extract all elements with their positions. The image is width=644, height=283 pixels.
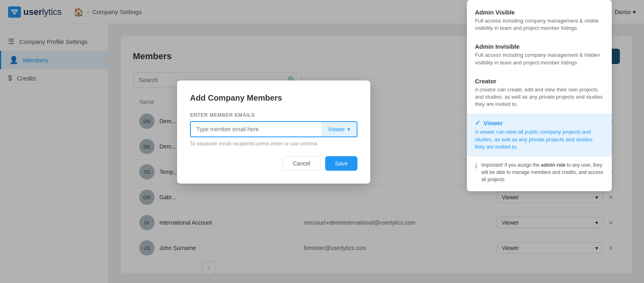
role-desc: Full access including company management… bbox=[475, 17, 604, 32]
email-input[interactable] bbox=[191, 122, 321, 136]
role-desc: Full access including company management… bbox=[475, 52, 604, 66]
role-name: Viewer bbox=[483, 120, 503, 126]
role-dropdown-popup: Admin Visible Full access including comp… bbox=[467, 0, 612, 191]
info-text: Important! If you assign the admin role … bbox=[481, 161, 604, 183]
role-option-creator[interactable]: Creator A creator can create, edit and v… bbox=[467, 72, 612, 114]
email-field-label: ENTER MEMBER EMAILS bbox=[190, 112, 357, 118]
info-icon: ℹ bbox=[475, 162, 477, 170]
check-icon: ✓ bbox=[475, 119, 480, 127]
role-option-admin-invisible[interactable]: Admin Invisible Full access including co… bbox=[467, 37, 612, 72]
chevron-down-icon: ▾ bbox=[347, 126, 350, 132]
role-desc: A viewer can view all public company pro… bbox=[475, 128, 604, 151]
role-selector-button[interactable]: Viewer ▾ bbox=[321, 122, 357, 136]
role-name: Admin Invisible bbox=[475, 43, 520, 50]
role-option-viewer[interactable]: ✓ Viewer A viewer can view all public co… bbox=[467, 114, 612, 156]
role-selected-label: Viewer bbox=[328, 126, 345, 132]
email-input-container: Viewer ▾ bbox=[190, 121, 357, 137]
save-button[interactable]: Save bbox=[325, 156, 357, 171]
role-name: Creator bbox=[475, 78, 496, 85]
email-hint: To separate email recipients press enter… bbox=[190, 140, 357, 147]
role-name: Admin Visible bbox=[475, 9, 515, 16]
role-option-admin-visible[interactable]: Admin Visible Full access including comp… bbox=[467, 3, 612, 37]
role-desc: A creator can create, edit and view thei… bbox=[475, 86, 604, 108]
info-box: ℹ Important! If you assign the admin rol… bbox=[467, 156, 612, 188]
modal-title: Add Company Members bbox=[190, 93, 357, 103]
add-member-modal: Add Company Members ENTER MEMBER EMAILS … bbox=[177, 81, 370, 184]
modal-actions: Cancel Save bbox=[190, 156, 357, 171]
cancel-button[interactable]: Cancel bbox=[283, 156, 320, 171]
